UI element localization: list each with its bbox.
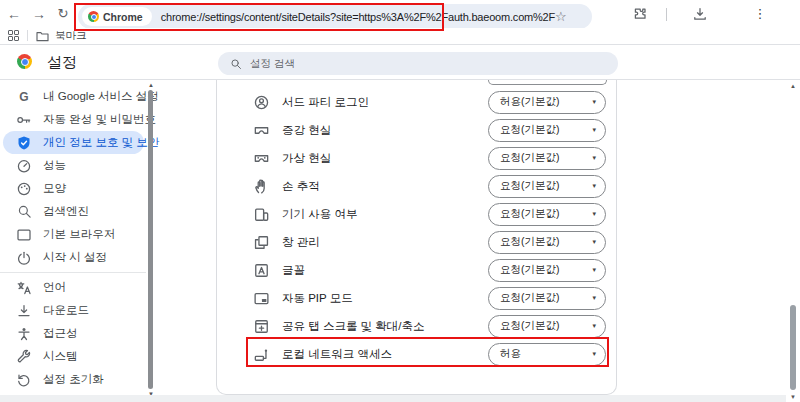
folder-icon — [36, 31, 49, 42]
browser-menu-icon[interactable]: ⋮ — [753, 0, 767, 28]
permission-dropdown[interactable]: 허용(기본값) ▾ — [488, 91, 606, 114]
sidebar-item-privacy-security[interactable]: 개인 정보 보호 및 보안 — [3, 131, 144, 154]
permission-dropdown[interactable]: 요청(기본값) ▾ — [488, 119, 606, 142]
palette-icon — [16, 181, 32, 197]
toolbar-separator — [666, 8, 667, 21]
sidebar-item-languages[interactable]: 언어 — [0, 276, 146, 299]
browser-window: ← → ↻ Chrome chrome://settings/content/s… — [0, 0, 800, 402]
permission-row-shared-tab-scroll-zoom: 공유 탭 스크롤 및 확대/축소 요청(기본값) ▾ — [217, 312, 616, 340]
key-icon — [16, 112, 32, 128]
tab-zoom-icon — [253, 318, 270, 335]
search-icon — [16, 204, 32, 220]
reset-icon — [16, 372, 32, 388]
permission-dropdown[interactable]: 요청(기본값) ▾ — [488, 175, 606, 198]
bookmarks-folder[interactable]: 북마크 — [36, 29, 87, 43]
permission-row-hand-tracking: 손 추적 요청(기본값) ▾ — [217, 172, 616, 200]
chevron-down-icon: ▾ — [592, 126, 596, 134]
sidebar-item-downloads[interactable]: 다운로드 — [0, 299, 146, 322]
permission-row-third-party-signin: 서드 파티 로그인 허용(기본값) ▾ — [217, 88, 616, 116]
browser-window-icon — [16, 227, 32, 243]
clipped-dropdown — [488, 80, 607, 85]
extensions-puzzle-icon[interactable] — [632, 6, 648, 22]
scroll-down-icon[interactable]: ▼ — [788, 393, 798, 401]
permission-row-augmented-reality: 증강 현실 요청(기본값) ▾ — [217, 116, 616, 144]
chevron-down-icon: ▾ — [592, 182, 596, 190]
permission-rows: 서드 파티 로그인 허용(기본값) ▾ 증강 현실 요청(기본값) ▾ 가상 현… — [217, 88, 616, 368]
bookmarks-separator — [27, 30, 28, 41]
device-icon — [253, 206, 270, 223]
sidebar-item-google-services[interactable]: G 내 Google 서비스 설정 — [0, 85, 146, 108]
windows-icon — [253, 234, 270, 251]
person-circle-icon — [253, 94, 270, 111]
download-icon — [16, 303, 32, 319]
sidebar-item-system[interactable]: 시스템 — [0, 345, 146, 368]
sidebar-item-reset-settings[interactable]: 설정 초기화 — [0, 368, 146, 391]
permission-row-fonts: 글꼴 요청(기본값) ▾ — [217, 256, 616, 284]
chevron-down-icon: ▾ — [592, 210, 596, 218]
browser-toolbar: ← → ↻ Chrome chrome://settings/content/s… — [0, 0, 800, 28]
fonts-icon — [253, 262, 270, 279]
sidebar-item-search-engine[interactable]: 검색엔진 — [0, 200, 146, 223]
hand-icon — [253, 178, 270, 195]
bookmark-star-icon[interactable]: ☆ — [555, 9, 567, 24]
chevron-down-icon: ▾ — [592, 294, 596, 302]
forward-icon[interactable]: → — [29, 0, 49, 28]
back-icon[interactable]: ← — [4, 0, 24, 28]
highlight-box-local-network-row — [246, 337, 609, 367]
chevron-down-icon: ▾ — [592, 266, 596, 274]
sidebar-item-appearance[interactable]: 모양 — [0, 177, 146, 200]
highlight-box-url — [74, 3, 444, 31]
permission-dropdown[interactable]: 요청(기본값) ▾ — [488, 147, 606, 170]
search-icon — [230, 58, 242, 70]
bookmarks-folder-label: 북마크 — [55, 29, 87, 43]
page-title: 설정 — [47, 45, 77, 79]
pip-icon — [253, 290, 270, 307]
search-placeholder: 설정 검색 — [250, 57, 295, 71]
chrome-logo-icon — [17, 54, 32, 69]
shield-icon — [16, 135, 32, 151]
sidebar-divider — [0, 272, 146, 273]
chevron-down-icon: ▾ — [592, 238, 596, 246]
chevron-down-icon: ▾ — [592, 154, 596, 162]
sidebar-item-on-startup[interactable]: 시작 시 설정 — [0, 246, 146, 269]
permission-dropdown[interactable]: 요청(기본값) ▾ — [488, 287, 606, 310]
permission-row-window-management: 창 관리 요청(기본값) ▾ — [217, 228, 616, 256]
permission-row-device-use: 기기 사용 여부 요청(기본값) ▾ — [217, 200, 616, 228]
chevron-down-icon: ▾ — [592, 322, 596, 330]
permission-dropdown[interactable]: 요청(기본값) ▾ — [488, 203, 606, 226]
permission-dropdown[interactable]: 요청(기본값) ▾ — [488, 315, 606, 338]
ar-goggles-icon — [253, 122, 270, 139]
accessibility-icon — [16, 326, 32, 342]
apps-grid-icon[interactable] — [8, 30, 19, 41]
chevron-down-icon: ▾ — [592, 98, 596, 106]
scrollbar-thumb[interactable] — [148, 90, 153, 389]
settings-header: 설정 설정 검색 — [0, 45, 800, 79]
settings-search-input[interactable]: 설정 검색 — [218, 52, 618, 75]
vr-goggles-icon — [253, 150, 270, 167]
sidebar-item-autofill[interactable]: 자동 완성 및 비밀번호 — [0, 108, 146, 131]
wrench-icon — [16, 349, 32, 365]
permission-row-virtual-reality: 가상 현실 요청(기본값) ▾ — [217, 144, 616, 172]
sidebar-item-accessibility[interactable]: 접근성 — [0, 322, 146, 345]
sidebar-scrollbar[interactable]: ▲ ▼ — [146, 80, 156, 402]
scroll-up-icon[interactable]: ▲ — [788, 82, 798, 90]
sidebar-item-performance[interactable]: 성능 — [0, 154, 146, 177]
permission-dropdown[interactable]: 요청(기본값) ▾ — [488, 231, 606, 254]
permission-row-auto-pip: 자동 PIP 모드 요청(기본값) ▾ — [217, 284, 616, 312]
speedometer-icon — [16, 158, 32, 174]
scrollbar-thumb[interactable] — [790, 305, 796, 390]
scroll-up-icon[interactable]: ▲ — [146, 81, 156, 89]
power-icon — [16, 250, 32, 266]
page-scrollbar[interactable]: ▲ ▼ — [788, 80, 798, 402]
settings-sidebar: G 내 Google 서비스 설정 자동 완성 및 비밀번호 개인 정보 보호 … — [0, 80, 146, 391]
bottom-edge-strip — [0, 395, 786, 402]
sidebar-item-default-browser[interactable]: 기본 브라우저 — [0, 223, 146, 246]
google-g-icon: G — [16, 89, 32, 105]
reload-icon[interactable]: ↻ — [53, 0, 73, 28]
translate-icon — [16, 280, 32, 296]
permission-dropdown[interactable]: 요청(기본값) ▾ — [488, 259, 606, 282]
download-tray-icon[interactable] — [692, 6, 708, 22]
